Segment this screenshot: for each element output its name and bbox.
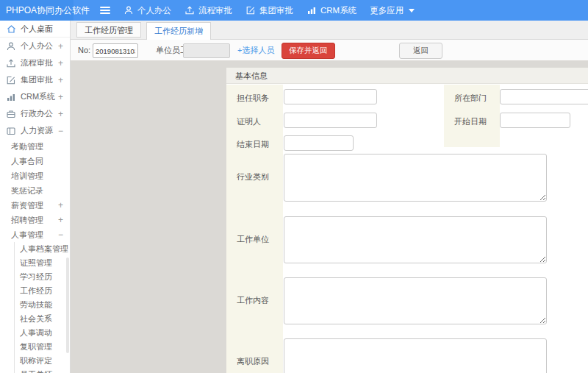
sidebar-item-certificates[interactable]: 证照管理: [14, 256, 70, 270]
end-date-input[interactable]: [284, 135, 354, 151]
department-label: 所在部门: [454, 93, 487, 104]
expand-icon[interactable]: +: [58, 215, 63, 225]
resign-reason-textarea[interactable]: [284, 338, 547, 373]
industry-label: 行业类别: [237, 171, 269, 182]
sidebar-item-label: 奖惩记录: [11, 185, 43, 196]
edit-icon: [6, 75, 16, 85]
resign-reason-label: 离职原因: [237, 356, 269, 367]
sidebar-item-label: 社会关系: [20, 313, 52, 324]
label-column-left: [226, 85, 283, 373]
tab-work-history-manage[interactable]: 工作经历管理: [76, 22, 141, 38]
sidebar-item-label: 人事管理: [11, 230, 43, 241]
toolbar: No: 单位员工: +选择人员 保存并返回 返回: [71, 40, 588, 61]
section-title: 基本信息: [226, 68, 588, 84]
sidebar-item-work-history[interactable]: 工作经历: [14, 284, 70, 298]
sidebar-item-label: 流程审批: [21, 57, 53, 68]
expand-icon[interactable]: +: [58, 92, 63, 102]
sidebar-item-attendance[interactable]: 考勤管理: [0, 139, 70, 154]
sidebar-item-social-relations[interactable]: 社会关系: [14, 312, 70, 326]
position-input[interactable]: [284, 89, 377, 104]
sidebar-item-personal-desktop[interactable]: 个人桌面: [0, 21, 70, 38]
save-and-return-button[interactable]: 保存并返回: [282, 43, 335, 59]
certifier-label: 证明人: [237, 116, 261, 127]
flow-icon: [184, 5, 195, 15]
work-content-textarea[interactable]: [284, 277, 547, 324]
topnav-personal-office[interactable]: 个人办公: [123, 0, 171, 21]
sidebar-item-rewards[interactable]: 奖惩记录: [0, 183, 70, 198]
sidebar-item-admin-office[interactable]: 行政办公 +: [0, 105, 70, 122]
no-label: No:: [78, 40, 90, 61]
topnav-workflow-approval[interactable]: 流程审批: [184, 0, 232, 21]
collapse-icon[interactable]: −: [58, 126, 63, 136]
no-input[interactable]: [93, 43, 138, 58]
sidebar-item-label: 集团审批: [21, 74, 53, 85]
sidebar-item-label: 招聘管理: [11, 215, 43, 226]
collapse-icon[interactable]: −: [58, 230, 63, 240]
sidebar-item-reinstatement[interactable]: 复职管理: [14, 340, 70, 354]
tab-work-history-new[interactable]: 工作经历新增: [146, 22, 211, 40]
user-icon: [123, 5, 134, 15]
sidebar-item-recruitment[interactable]: 招聘管理+: [0, 213, 70, 227]
back-button[interactable]: 返回: [399, 43, 442, 59]
company-textarea[interactable]: [284, 216, 547, 263]
topnav-label: 更多应用: [370, 5, 404, 16]
sidebar-item-employee-care[interactable]: 员工关怀: [14, 368, 70, 373]
sidebar-item-salary[interactable]: 薪资管理+: [0, 198, 70, 213]
unit-employee-input[interactable]: [183, 43, 230, 58]
expand-icon[interactable]: +: [58, 109, 63, 119]
expand-icon[interactable]: +: [58, 41, 63, 51]
sidebar-item-label: 劳动技能: [20, 299, 52, 310]
expand-icon[interactable]: +: [58, 200, 63, 210]
sidebar-item-group-approval[interactable]: 集团审批 +: [0, 71, 70, 88]
expand-icon[interactable]: +: [58, 75, 63, 85]
sidebar-item-label: 学习经历: [20, 271, 52, 283]
sidebar-scrollbar[interactable]: [66, 257, 69, 353]
sidebar-item-training[interactable]: 培训管理: [0, 168, 70, 183]
topnav-label: 流程审批: [198, 5, 232, 16]
work-content-label: 工作内容: [237, 295, 269, 306]
sidebar-item-personnel-files[interactable]: 人事档案管理: [14, 242, 70, 256]
topbar: PHPOA协同办公软件 个人办公 流程审批 集团审批: [0, 0, 588, 21]
select-person-link[interactable]: +选择人员: [237, 40, 274, 61]
expand-icon[interactable]: +: [58, 58, 63, 68]
sidebar-item-personnel-transfer[interactable]: 人事调动: [14, 326, 70, 340]
start-date-input[interactable]: [500, 113, 570, 128]
flow-icon: [6, 58, 16, 68]
department-input[interactable]: [500, 89, 588, 104]
sidebar-item-crm[interactable]: CRM系统 +: [0, 88, 70, 105]
certifier-input[interactable]: [284, 113, 377, 128]
sidebar-item-title-evaluation[interactable]: 职称评定: [14, 354, 70, 368]
start-date-label: 开始日期: [454, 116, 487, 127]
topnav-more-apps[interactable]: 更多应用: [370, 0, 415, 21]
user-icon: [6, 41, 16, 51]
sidebar-item-label: 复职管理: [20, 341, 52, 352]
topnav-crm[interactable]: CRM系统: [306, 0, 356, 21]
sidebar-item-label: 人事档案管理: [20, 244, 68, 255]
sidebar-item-hr-contract[interactable]: 人事合同: [0, 154, 70, 168]
app-logo: PHPOA协同办公软件: [6, 0, 90, 21]
form-panel: 基本信息 担任职务 所在部门 证明人 开始日期 结束日期 行业类别: [226, 68, 588, 373]
sidebar-item-label: 人事合同: [11, 156, 43, 167]
industry-textarea[interactable]: [284, 154, 547, 202]
end-date-label: 结束日期: [237, 139, 269, 150]
sidebar-item-label: 行政办公: [21, 108, 53, 119]
sidebar-item-label: 员工关怀: [20, 369, 52, 373]
hamburger-menu-icon[interactable]: [100, 7, 110, 14]
sidebar-item-label: 考勤管理: [11, 141, 43, 152]
caret-down-icon: [409, 9, 415, 13]
content-background: 基本信息 担任职务 所在部门 证明人 开始日期 结束日期 行业类别: [71, 61, 588, 373]
sidebar-item-label: 职称评定: [20, 355, 52, 366]
sidebar-item-label: 人事调动: [20, 327, 52, 338]
sidebar-item-study-history[interactable]: 学习经历: [14, 270, 70, 284]
sidebar-item-personal-office[interactable]: 个人办公 +: [0, 38, 70, 54]
sidebar-item-workflow-approval[interactable]: 流程审批 +: [0, 54, 70, 71]
sidebar-item-labor-skills[interactable]: 劳动技能: [14, 298, 70, 312]
sidebar-item-personnel[interactable]: 人事管理−: [0, 227, 70, 242]
topnav-label: 集团审批: [259, 5, 293, 16]
sidebar-item-hr[interactable]: 人力资源 −: [0, 122, 70, 139]
home-icon: [6, 24, 16, 34]
topnav-group-approval[interactable]: 集团审批: [245, 0, 293, 21]
sidebar-item-label: 人力资源: [21, 125, 53, 136]
form-body: 担任职务 所在部门 证明人 开始日期 结束日期 行业类别 工作单位 工作内容: [226, 85, 588, 373]
main-area: 工作经历管理 工作经历新增 No: 单位员工: +选择人员 保存并返回 返回 基…: [71, 21, 588, 373]
